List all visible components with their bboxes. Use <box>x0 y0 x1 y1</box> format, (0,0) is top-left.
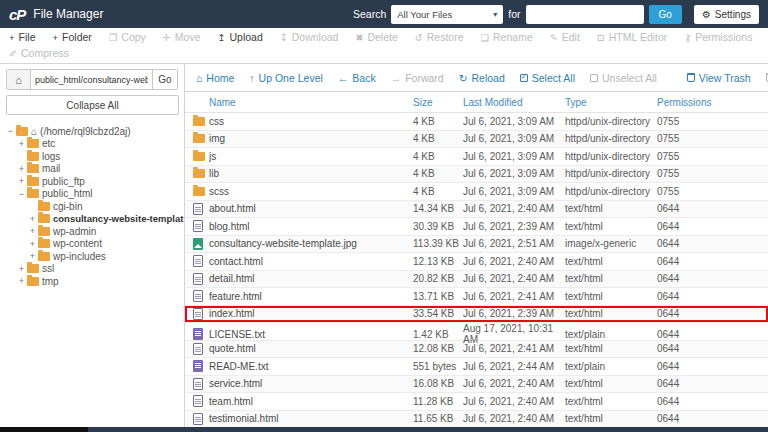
header-bar: cP File Manager Search All Your Files ▾ … <box>0 0 768 28</box>
html-editor-button[interactable]: ⊡HTML Editor <box>597 31 668 43</box>
expand-icon[interactable]: + <box>28 226 37 236</box>
tree-item-cgi-bin[interactable]: cgi-bin <box>2 200 184 213</box>
edit-button[interactable]: ✎Edit <box>550 31 580 43</box>
home-button[interactable]: ⌂Home <box>196 72 234 84</box>
table-row[interactable]: quote.html12.08 KBJul 6, 2021, 2:41 AMte… <box>185 341 768 359</box>
tree-item-mail[interactable]: +mail <box>2 163 184 176</box>
path-input-group: ⌂ Go <box>6 69 178 90</box>
table-row[interactable]: team.html11.28 KBJul 6, 2021, 2:40 AMtex… <box>185 393 768 411</box>
column-header-name[interactable]: Name <box>209 97 413 108</box>
collapse-all-button[interactable]: Collapse All <box>6 95 179 115</box>
table-row[interactable]: LICENSE.txt1.42 KBAug 17, 2021, 10:31 AM… <box>185 323 768 341</box>
file-perms: 0644 <box>657 396 768 407</box>
expand-icon[interactable]: + <box>28 214 37 224</box>
table-row[interactable]: detail.html20.82 KBJul 6, 2021, 2:40 AMt… <box>185 271 768 289</box>
html-file-icon <box>193 255 203 267</box>
tree-item-public-ftp[interactable]: +public_ftp <box>2 175 184 188</box>
table-row[interactable]: consultancy-website-template.jpg113.39 K… <box>185 236 768 254</box>
copy-label: Copy <box>121 31 146 43</box>
tree-item-tmp[interactable]: +tmp <box>2 275 184 288</box>
file-size: 13.71 KB <box>413 291 463 302</box>
search-input[interactable] <box>526 5 644 24</box>
table-row[interactable]: lib4 KBJul 6, 2021, 3:09 AMhttpd/unix-di… <box>185 166 768 184</box>
tree-item-wp-includes[interactable]: +wp-includes <box>2 250 184 263</box>
expand-icon[interactable]: + <box>17 264 26 274</box>
move-label: Move <box>175 31 201 43</box>
tree-item-ssl[interactable]: +ssl <box>2 263 184 276</box>
expand-icon[interactable]: + <box>17 176 26 186</box>
table-row[interactable]: feature.html13.71 KBJul 6, 2021, 2:41 AM… <box>185 288 768 306</box>
for-label: for <box>508 8 520 20</box>
expand-icon[interactable]: + <box>17 139 26 149</box>
back-button[interactable]: ←Back <box>338 72 376 84</box>
expand-icon[interactable]: + <box>28 239 37 249</box>
restore-button[interactable]: ↺Restore <box>415 31 464 43</box>
unselect-all-icon <box>590 74 598 82</box>
rename-button[interactable]: ❏Rename <box>481 31 533 43</box>
delete-button[interactable]: ✖Delete <box>355 31 397 43</box>
tree-item-logs[interactable]: logs <box>2 150 184 163</box>
tree-item-wp-admin[interactable]: +wp-admin <box>2 225 184 238</box>
table-row[interactable]: contact.html12.13 KBJul 6, 2021, 2:40 AM… <box>185 253 768 271</box>
permissions-label: Permissions <box>695 31 752 43</box>
table-row[interactable]: READ-ME.txt551 bytesJul 6, 2021, 2:44 AM… <box>185 358 768 376</box>
table-row[interactable]: service.html16.08 KBJul 6, 2021, 2:40 AM… <box>185 376 768 394</box>
unselect-all-button[interactable]: Unselect All <box>590 72 657 84</box>
folder-icon <box>38 252 50 261</box>
home-icon[interactable]: ⌂ <box>7 70 31 89</box>
tree-item-label: wp-includes <box>53 251 106 262</box>
permissions-button[interactable]: ⚷Permissions <box>684 31 752 43</box>
column-header-permissions[interactable]: Permissions <box>657 97 768 108</box>
file-type: text/html <box>565 343 657 354</box>
download-button[interactable]: ↧Download <box>280 31 339 43</box>
reload-button[interactable]: ↻Reload <box>459 72 505 84</box>
table-row[interactable]: scss4 KBJul 6, 2021, 3:09 AMhttpd/unix-d… <box>185 183 768 201</box>
table-row[interactable]: index.html33.54 KBJul 6, 2021, 2:39 AMte… <box>185 306 768 324</box>
path-go-button[interactable]: Go <box>152 70 177 89</box>
table-row[interactable]: js4 KBJul 6, 2021, 3:09 AMhttpd/unix-dir… <box>185 148 768 166</box>
copy-button[interactable]: ❐Copy <box>109 31 146 43</box>
expand-icon[interactable]: + <box>17 164 26 174</box>
collapse-icon[interactable]: − <box>6 126 15 136</box>
file-modified: Jul 6, 2021, 2:51 AM <box>463 238 565 249</box>
column-header-size[interactable]: Size <box>413 97 463 108</box>
folder-icon <box>38 239 50 248</box>
table-row[interactable]: img4 KBJul 6, 2021, 3:09 AMhttpd/unix-di… <box>185 131 768 149</box>
folder-button[interactable]: +Folder <box>52 31 91 43</box>
tree-item-etc[interactable]: +etc <box>2 138 184 151</box>
table-row[interactable]: blog.html30.39 KBJul 6, 2021, 2:39 AMtex… <box>185 218 768 236</box>
select-all-button[interactable]: Select All <box>520 72 575 84</box>
forward-button[interactable]: →Forward <box>391 72 444 84</box>
path-input[interactable] <box>31 70 152 89</box>
search-go-button[interactable]: Go <box>649 5 682 24</box>
tree-item-public-html[interactable]: −public_html <box>2 188 184 201</box>
collapse-icon[interactable]: − <box>17 189 26 199</box>
up-one-level-button[interactable]: ↑Up One Level <box>249 72 322 84</box>
up-one-level-label: Up One Level <box>259 72 323 84</box>
expand-icon[interactable]: + <box>17 276 26 286</box>
table-row[interactable]: css4 KBJul 6, 2021, 3:09 AMhttpd/unix-di… <box>185 113 768 131</box>
tree-item-consultancy-website-template[interactable]: +consultancy-website-template <box>2 213 184 226</box>
edit-label: Edit <box>562 31 580 43</box>
file-type: text/plain <box>565 329 657 340</box>
expand-icon[interactable]: + <box>28 251 37 261</box>
file-button[interactable]: +File <box>9 31 35 43</box>
select-all-label: Select All <box>532 72 575 84</box>
search-scope-select[interactable]: All Your Files ▾ <box>391 5 503 24</box>
image-file-icon <box>193 238 203 250</box>
compress-button[interactable]: ✐Compress <box>9 47 69 59</box>
file-size: 20.82 KB <box>413 273 463 284</box>
column-header-last-modified[interactable]: Last Modified <box>463 97 565 108</box>
move-button[interactable]: ✛Move <box>163 31 201 43</box>
tree-item--home-rql9lcbzd2aj-[interactable]: −⌂(/home/rql9lcbzd2aj) <box>2 125 184 138</box>
column-header-type[interactable]: Type <box>565 97 657 108</box>
tree-item-wp-content[interactable]: +wp-content <box>2 238 184 251</box>
table-row[interactable]: about.html14.34 KBJul 6, 2021, 2:40 AMte… <box>185 201 768 219</box>
upload-button[interactable]: ↥Upload <box>218 31 263 43</box>
reload-icon: ↻ <box>459 72 468 84</box>
tree-item-label: wp-content <box>53 238 102 249</box>
settings-button[interactable]: ⚙ Settings <box>694 5 759 24</box>
view-trash-button[interactable]: View Trash <box>687 72 751 84</box>
table-row[interactable]: testimonial.html11.65 KBJul 6, 2021, 2:4… <box>185 411 768 429</box>
file-modified: Jul 6, 2021, 2:40 AM <box>463 413 565 424</box>
